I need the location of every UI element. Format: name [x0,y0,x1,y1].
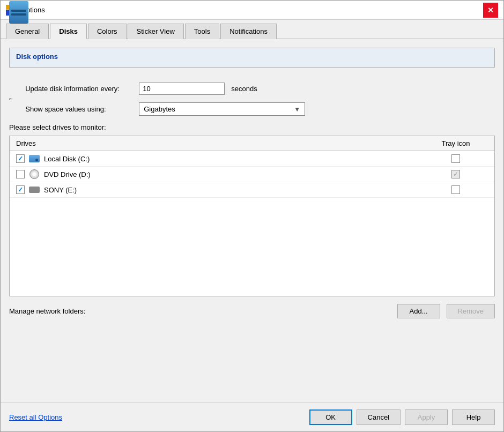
drives-table-header: Drives Tray icon [10,136,494,151]
space-label: Show space values using: [25,105,132,113]
drive-info-e: SONY (E:) [16,185,424,194]
drive-info-d: DVD Drive (D:) [16,170,424,178]
bottom-buttons: OK Cancel Apply Help [309,409,495,425]
disk-icon-row: c: Update disk information every: second… [9,83,495,116]
tab-disks[interactable]: Disks [50,24,87,39]
drive-e-checkbox[interactable] [16,185,25,194]
tab-colors[interactable]: Colors [88,24,127,39]
dvd-icon [29,170,40,178]
update-label: Update disk information every: [25,85,132,93]
update-unit: seconds [231,85,257,93]
help-button[interactable]: Help [452,409,495,425]
space-dropdown[interactable]: Gigabytes ▼ [139,102,305,116]
drive-d-checkbox[interactable] [16,170,25,178]
col-drives-header: Drives [16,139,424,147]
dropdown-arrow-icon: ▼ [294,106,300,113]
col-tray-header: Tray icon [424,139,488,147]
tab-general[interactable]: General [6,24,49,39]
disk-options-body: c: Update disk information every: second… [9,74,495,323]
tabs-bar: General Disks Colors Sticker View Tools … [1,20,503,39]
table-row: Local Disk (C:) [10,151,494,167]
drive-e-tray-checkbox[interactable] [451,185,460,194]
space-dropdown-value: Gigabytes [144,105,175,113]
network-label: Manage network folders: [9,307,391,315]
close-button[interactable]: ✕ [483,3,498,18]
drives-select-label: Please select drives to monitor: [9,123,495,131]
space-values-row: Show space values using: Gigabytes ▼ [25,102,495,116]
disk-stack-icon: c: [9,97,12,101]
fields-column: Update disk information every: seconds S… [25,83,495,116]
disk-options-group: Disk options [9,48,495,68]
drives-table: Drives Tray icon Local Disk ( [9,136,495,296]
update-interval-input[interactable] [139,83,225,95]
ok-button[interactable]: OK [309,409,352,425]
title-bar: Options ✕ [1,1,503,20]
drive-d-tray-checkbox [451,170,460,178]
drive-c-checkbox[interactable] [16,154,25,163]
network-folders-row: Manage network folders: Add... Remove [9,304,495,318]
drives-section: Please select drives to monitor: Drives … [9,123,495,296]
add-button[interactable]: Add... [397,304,440,318]
drive-info-c: Local Disk (C:) [16,154,424,163]
hdd-icon [29,154,40,163]
tab-notifications[interactable]: Notifications [220,24,277,39]
tab-sticker-view[interactable]: Sticker View [128,24,184,39]
drive-c-tray-checkbox[interactable] [451,154,460,163]
table-row: DVD Drive (D:) [10,167,494,182]
drive-c-label: Local Disk (C:) [44,155,90,163]
apply-button[interactable]: Apply [405,409,448,425]
bottom-bar: Reset all Options OK Cancel Apply Help [1,403,503,431]
disk-letter-c: c: [9,97,12,101]
reset-all-button[interactable]: Reset all Options [9,413,62,421]
drive-d-tray [424,170,488,178]
update-interval-row: Update disk information every: seconds [25,83,495,95]
group-title: Disk options [16,53,488,61]
remove-button[interactable]: Remove [447,304,495,318]
drive-e-tray [424,185,488,194]
usb-icon [29,185,40,194]
drive-c-tray [424,154,488,163]
content-area: Disk options c: Upd [1,39,503,403]
table-row: SONY (E:) [10,182,494,198]
tab-tools[interactable]: Tools [185,24,219,39]
options-dialog: Options ✕ General Disks Colors Sticker V… [0,0,504,432]
cancel-button[interactable]: Cancel [357,409,401,425]
drive-d-label: DVD Drive (D:) [44,170,91,178]
drive-e-label: SONY (E:) [44,186,77,194]
